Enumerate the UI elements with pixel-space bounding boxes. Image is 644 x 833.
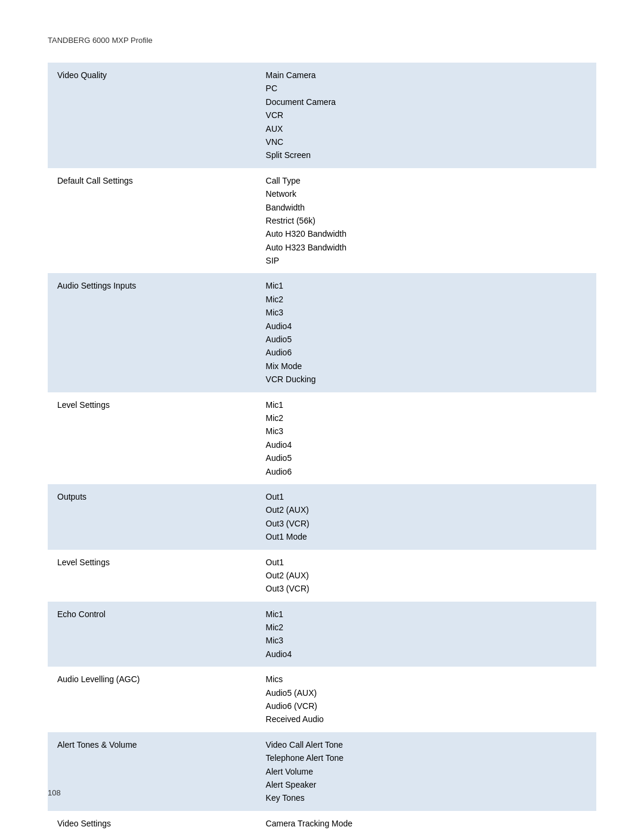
row-label: Audio Levelling (AGC) [48,667,256,732]
row-label: Outputs [48,484,256,550]
table-row: Level SettingsOut1 Out2 (AUX) Out3 (VCR) [48,550,596,602]
row-items: Mics Audio5 (AUX) Audio6 (VCR) Received … [256,667,596,732]
row-items: Video Call Alert Tone Telephone Alert To… [256,732,596,811]
table-row: OutputsOut1 Out2 (AUX) Out3 (VCR) Out1 M… [48,484,596,550]
row-items: Mic1 Mic2 Mic3 Audio4 Audio5 Audio6 [256,392,596,484]
row-label: Alert Tones & Volume [48,732,256,811]
row-items: Mic1 Mic2 Mic3 Audio4 [256,602,596,667]
row-items: Call Type Network Bandwidth Restrict (56… [256,168,596,274]
header-title: TANDBERG 6000 MXP Profile [48,36,153,45]
row-items: Out1 Out2 (AUX) Out3 (VCR) [256,550,596,602]
table-row: Echo ControlMic1 Mic2 Mic3 Audio4 [48,602,596,667]
table-row: Level SettingsMic1 Mic2 Mic3 Audio4 Audi… [48,392,596,484]
table-row: Video QualityMain Camera PC Document Cam… [48,63,596,168]
row-items: Main Camera PC Document Camera VCR AUX V… [256,63,596,168]
row-label: Default Call Settings [48,168,256,274]
table-row: Video SettingsCamera Tracking Mode MCU S… [48,811,596,833]
row-label: Echo Control [48,602,256,667]
row-label: Video Settings [48,811,256,833]
page-number: 108 [48,788,61,797]
table-row: Alert Tones & VolumeVideo Call Alert Ton… [48,732,596,811]
row-label: Audio Settings Inputs [48,273,256,392]
table-row: Audio Settings InputsMic1 Mic2 Mic3 Audi… [48,273,596,392]
page-header: TANDBERG 6000 MXP Profile [48,36,596,45]
row-label: Level Settings [48,550,256,602]
row-label: Level Settings [48,392,256,484]
row-items: Mic1 Mic2 Mic3 Audio4 Audio5 Audio6 Mix … [256,273,596,392]
table-row: Default Call SettingsCall Type Network B… [48,168,596,274]
row-label: Video Quality [48,63,256,168]
table-row: Audio Levelling (AGC)Mics Audio5 (AUX) A… [48,667,596,732]
main-table: Video QualityMain Camera PC Document Cam… [48,63,596,833]
row-items: Camera Tracking Mode MCU Status Line Web… [256,811,596,833]
row-items: Out1 Out2 (AUX) Out3 (VCR) Out1 Mode [256,484,596,550]
